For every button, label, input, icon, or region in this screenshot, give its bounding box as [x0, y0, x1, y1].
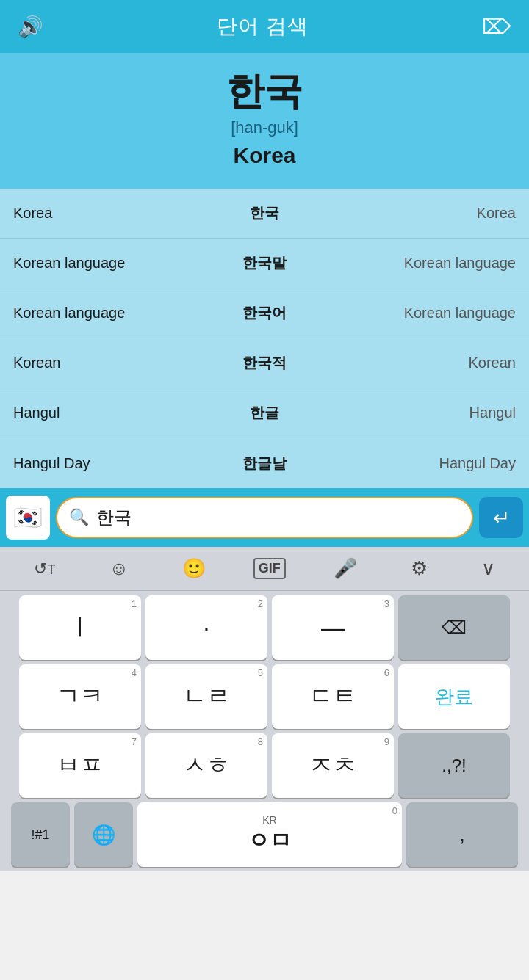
- key-8[interactable]: 8 ㅅㅎ: [145, 733, 267, 798]
- results-list: Korea 한국 Korea Korean language 한국말 Korea…: [0, 189, 529, 488]
- search-input-wrap: 🔍 한국: [56, 497, 473, 538]
- translate-icon[interactable]: ↺T: [28, 553, 61, 584]
- result-eng-left: Korea: [7, 205, 181, 222]
- result-eng-left: Korean language: [7, 255, 181, 272]
- result-kor: 한국어: [181, 303, 348, 323]
- sticker-icon[interactable]: 🙂: [176, 551, 212, 586]
- search-area: 🇰🇷 🔍 한국 ↵: [0, 488, 529, 547]
- key-9[interactable]: 9 ㅈㅊ: [272, 733, 394, 798]
- result-eng-left: Hangul: [7, 404, 181, 421]
- result-kor: 한국말: [181, 253, 348, 273]
- keyboard-row-4: !#1 🌐 KR ㅇㅁ 0 ,: [3, 802, 526, 867]
- word-english: Korea: [15, 143, 514, 168]
- result-eng-right: Korean language: [348, 305, 522, 322]
- word-korean: 한국: [15, 70, 514, 112]
- gif-icon[interactable]: GIF: [253, 558, 286, 579]
- result-eng-left: Korean language: [7, 305, 181, 322]
- key-1[interactable]: 1 ㅣ: [19, 595, 141, 660]
- table-row[interactable]: Korean 한국적 Korean: [0, 338, 529, 388]
- space-key-label: ㅇㅁ: [248, 826, 292, 856]
- table-row[interactable]: Korean language 한국어 Korean language: [0, 288, 529, 338]
- key-2[interactable]: 2 ·: [145, 595, 267, 660]
- done-key[interactable]: 완료: [398, 664, 510, 729]
- enter-button[interactable]: ↵: [479, 497, 523, 538]
- result-kor: 한글: [181, 403, 348, 423]
- table-row[interactable]: Hangul 한글 Hangul: [0, 388, 529, 438]
- special-key[interactable]: !#1: [11, 802, 70, 867]
- result-eng-left: Hangul Day: [7, 455, 181, 472]
- result-eng-right: Korea: [348, 205, 522, 222]
- result-eng-left: Korean: [7, 355, 181, 371]
- punct-key[interactable]: .,?!: [398, 733, 510, 798]
- key-3[interactable]: 3 —: [272, 595, 394, 660]
- keyboard: 1 ㅣ 2 · 3 — ⌫ 4 ㄱㅋ 5 ㄴㄹ 6 ㄷㅌ 완료 7: [0, 591, 529, 871]
- key-6[interactable]: 6 ㄷㅌ: [272, 664, 394, 729]
- result-kor: 한글날: [181, 454, 348, 473]
- keyboard-row-3: 7 ㅂㅍ 8 ㅅㅎ 9 ㅈㅊ .,?!: [3, 733, 526, 798]
- key-5[interactable]: 5 ㄴㄹ: [145, 664, 267, 729]
- space-key-num: 0: [392, 805, 397, 816]
- header: 🔊 단어 검색 ⌦: [0, 0, 529, 53]
- result-kor: 한국적: [181, 353, 348, 373]
- backspace-key[interactable]: ⌫: [398, 595, 510, 660]
- result-eng-right: Hangul: [348, 404, 522, 421]
- search-input[interactable]: 한국: [96, 506, 460, 529]
- volume-icon[interactable]: 🔊: [18, 15, 43, 39]
- table-row[interactable]: Korea 한국 Korea: [0, 189, 529, 239]
- key-7[interactable]: 7 ㅂㅍ: [19, 733, 141, 798]
- space-kr-label: KR: [262, 814, 276, 826]
- eraser-icon[interactable]: ⌦: [482, 15, 511, 39]
- keyboard-toolbar: ↺T ☺ 🙂 GIF 🎤 ⚙ ∨: [0, 547, 529, 591]
- keyboard-row-2: 4 ㄱㅋ 5 ㄴㄹ 6 ㄷㅌ 완료: [3, 664, 526, 729]
- table-row[interactable]: Korean language 한국말 Korean language: [0, 239, 529, 288]
- space-key[interactable]: KR ㅇㅁ 0: [137, 802, 402, 867]
- result-eng-right: Korean: [348, 355, 522, 371]
- globe-key[interactable]: 🌐: [74, 802, 133, 867]
- comma-key[interactable]: ,: [406, 802, 518, 867]
- collapse-icon[interactable]: ∨: [475, 551, 501, 586]
- microphone-icon[interactable]: 🎤: [328, 551, 363, 586]
- settings-icon[interactable]: ⚙: [405, 551, 433, 586]
- result-eng-right: Hangul Day: [348, 455, 522, 472]
- word-display: 한국 [han-guk] Korea: [0, 53, 529, 189]
- word-pronunciation: [han-guk]: [15, 118, 514, 137]
- result-eng-right: Korean language: [348, 255, 522, 272]
- page-title: 단어 검색: [217, 12, 309, 40]
- key-4[interactable]: 4 ㄱㅋ: [19, 664, 141, 729]
- result-kor: 한국: [181, 203, 348, 223]
- keyboard-row-1: 1 ㅣ 2 · 3 — ⌫: [3, 595, 526, 660]
- flag-button[interactable]: 🇰🇷: [6, 496, 50, 540]
- table-row[interactable]: Hangul Day 한글날 Hangul Day: [0, 438, 529, 488]
- search-icon: 🔍: [69, 508, 89, 527]
- emoji-icon[interactable]: ☺: [103, 551, 134, 586]
